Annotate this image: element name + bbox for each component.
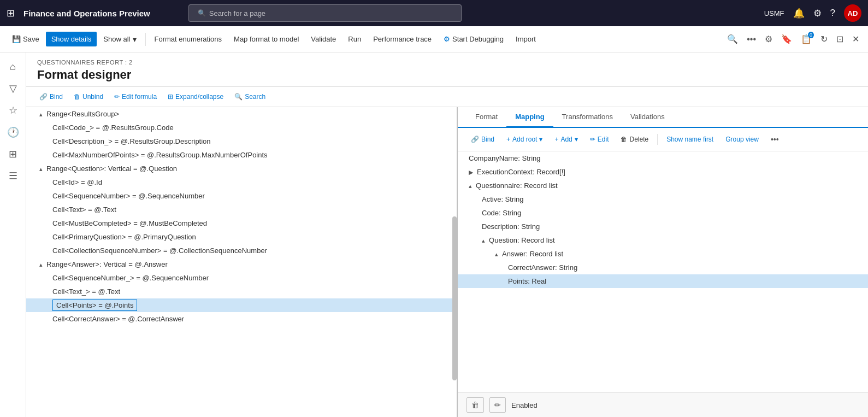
bind-icon: 🔗: [39, 93, 48, 101]
mapping-item[interactable]: CorrectAnswer: String: [458, 261, 868, 274]
settings-action-icon[interactable]: ⚙: [763, 32, 775, 46]
show-name-first-button[interactable]: Show name first: [662, 133, 718, 146]
tree-item[interactable]: Cell<CorrectAnswer> = @.CorrectAnswer: [26, 312, 457, 326]
mapping-item-label: Questionnaire: Record list: [476, 181, 558, 190]
tree-item[interactable]: Cell<Code_> = @.ResultsGroup.Code: [26, 121, 457, 134]
tree-item-label: Cell<CorrectAnswer> = @.CorrectAnswer: [52, 315, 184, 323]
mapping-item[interactable]: ▴ Answer: Record list: [458, 247, 868, 261]
global-search[interactable]: 🔍 Search for a page: [188, 4, 462, 22]
edit-bottom-button[interactable]: ✏: [489, 397, 506, 413]
tree-item[interactable]: Cell<Points> = @.Points: [26, 298, 457, 312]
add-button[interactable]: + Add ▾: [550, 133, 582, 146]
tree-item[interactable]: Cell<PrimaryQuestion> = @.PrimaryQuestio…: [26, 230, 457, 244]
tab-transformations[interactable]: Transformations: [553, 107, 622, 128]
tree-arrow-icon[interactable]: ▴: [39, 166, 44, 172]
help-icon[interactable]: ?: [830, 8, 835, 19]
refresh-icon[interactable]: ↻: [818, 32, 830, 46]
expand-icon: ⊞: [168, 93, 173, 101]
run-button[interactable]: Run: [343, 32, 367, 46]
tree-item[interactable]: Cell<SequenceNumber_> = @.SequenceNumber: [26, 271, 457, 285]
settings-icon[interactable]: ⚙: [813, 8, 822, 19]
mapping-item[interactable]: Description: String: [458, 220, 868, 233]
main-layout: ⌂ ▽ ☆ 🕐 ⊞ ☰ QUESTIONNAIRES REPORT : 2 Fo…: [0, 52, 868, 417]
tab-mapping[interactable]: Mapping: [506, 107, 553, 128]
breadcrumb: QUESTIONNAIRES REPORT : 2: [37, 59, 857, 66]
group-view-button[interactable]: Group view: [721, 133, 763, 146]
tree-item[interactable]: ▴ Range<Question>: Vertical = @.Question: [26, 162, 457, 175]
tree-item[interactable]: Cell<MustBeCompleted> = @.MustBeComplete…: [26, 216, 457, 230]
mapping-item[interactable]: Code: String: [458, 206, 868, 220]
mapping-arrow-icon[interactable]: ▴: [495, 251, 500, 257]
sidebar-icon-filter[interactable]: ▽: [3, 79, 23, 98]
tree-item[interactable]: Cell<CollectionSequenceNumber> = @.Colle…: [26, 244, 457, 257]
app-grid-icon[interactable]: ⊞: [7, 7, 15, 19]
expand-collapse-button[interactable]: ⊞ Expand/collapse: [163, 90, 228, 103]
tree-item[interactable]: Cell<SequenceNumber> = @.SequenceNumber: [26, 189, 457, 203]
page-title: Format designer: [37, 68, 857, 82]
mapping-item-label: Question: Record list: [489, 236, 555, 244]
mapping-arrow-icon[interactable]: ▴: [469, 183, 474, 189]
mapping-item[interactable]: ▶ ExecutionContext: Record[!]: [458, 165, 868, 179]
mapping-arrow-icon[interactable]: ▴: [482, 237, 487, 244]
status-badge: Enabled: [511, 401, 538, 409]
show-all-button[interactable]: Show all ▾: [98, 32, 141, 47]
mapping-item[interactable]: Active: String: [458, 192, 868, 206]
search-action-icon[interactable]: 🔍: [725, 32, 740, 46]
mapping-item[interactable]: ▴ Question: Record list: [458, 233, 868, 247]
tree-item[interactable]: Cell<MaxNumberOfPoints> = @.ResultsGroup…: [26, 148, 457, 162]
tree-arrow-icon[interactable]: ▴: [39, 111, 44, 118]
validate-button[interactable]: Validate: [305, 32, 341, 46]
add-root-button[interactable]: + Add root ▾: [502, 133, 547, 146]
format-enumerations-button[interactable]: Format enumerations: [149, 32, 228, 46]
sidebar-icon-star[interactable]: ☆: [3, 101, 23, 120]
mapping-item[interactable]: Points: Real: [458, 274, 868, 288]
tree-item-label: Cell<Text> = @.Text: [52, 205, 116, 214]
mapping-item[interactable]: ▴ Questionnaire: Record list: [458, 179, 868, 192]
expand-icon[interactable]: ⊡: [834, 32, 846, 46]
more-options-button[interactable]: •••: [745, 32, 758, 46]
delete-bottom-button[interactable]: 🗑: [467, 397, 484, 413]
tree-item[interactable]: ▴ Range<Answer>: Vertical = @.Answer: [26, 257, 457, 271]
delete-button[interactable]: 🗑 Delete: [616, 133, 653, 146]
sidebar-icon-grid[interactable]: ⊞: [3, 144, 23, 164]
sidebar-icon-list[interactable]: ☰: [3, 166, 23, 186]
performance-trace-button[interactable]: Performance trace: [368, 32, 437, 46]
show-details-button[interactable]: Show details: [46, 32, 97, 46]
bookmark-icon[interactable]: 🔖: [779, 32, 794, 46]
edit-icon: ✏: [590, 136, 595, 143]
tree-arrow-icon[interactable]: ▴: [39, 261, 44, 268]
start-debugging-button[interactable]: ⚙ Start Debugging: [438, 32, 509, 46]
user-avatar[interactable]: AD: [844, 4, 861, 22]
top-navigation: ⊞ Finance and Operations Preview 🔍 Searc…: [0, 0, 868, 26]
mapping-arrow-icon[interactable]: ▶: [469, 169, 475, 175]
sidebar-icon-history[interactable]: 🕐: [3, 122, 23, 142]
mapping-item[interactable]: CompanyName: String: [458, 151, 868, 165]
tree-item[interactable]: Cell<Text_> = @.Text: [26, 285, 457, 298]
tree-item[interactable]: ▴ Range<ResultsGroup>: [26, 107, 457, 121]
map-format-to-model-button[interactable]: Map format to model: [228, 32, 304, 46]
tree-scrollbar[interactable]: [452, 216, 457, 380]
chevron-down-icon: ▾: [575, 136, 578, 143]
badge-icon[interactable]: 📋0: [799, 32, 814, 46]
save-button[interactable]: 💾 Save: [7, 32, 45, 46]
close-icon[interactable]: ✕: [850, 32, 861, 46]
more-options-button[interactable]: •••: [766, 132, 783, 146]
edit-button[interactable]: ✏ Edit: [586, 133, 613, 146]
mapping-item-label: CorrectAnswer: String: [508, 263, 577, 272]
search-button[interactable]: 🔍 Search: [230, 90, 270, 103]
tree-item[interactable]: Cell<Id> = @.Id: [26, 175, 457, 189]
bell-icon[interactable]: 🔔: [793, 8, 805, 19]
bind-button[interactable]: 🔗 Bind: [35, 90, 67, 103]
tree-item[interactable]: Cell<Text> = @.Text: [26, 203, 457, 216]
tree-item-label: Cell<SequenceNumber> = @.SequenceNumber: [52, 192, 205, 200]
unbind-button[interactable]: 🗑 Unbind: [69, 90, 108, 103]
tab-format[interactable]: Format: [467, 107, 506, 128]
app-title: Finance and Operations Preview: [23, 9, 150, 18]
tree-item-label: Cell<Text_> = @.Text: [52, 287, 120, 296]
edit-formula-button[interactable]: ✏ Edit formula: [110, 90, 161, 103]
mapping-bind-button[interactable]: 🔗 Bind: [467, 133, 499, 146]
import-button[interactable]: Import: [510, 32, 541, 46]
tree-item[interactable]: Cell<Description_> = @.ResultsGroup.Desc…: [26, 134, 457, 148]
sidebar-icon-home[interactable]: ⌂: [3, 57, 23, 77]
tab-validations[interactable]: Validations: [622, 107, 674, 128]
